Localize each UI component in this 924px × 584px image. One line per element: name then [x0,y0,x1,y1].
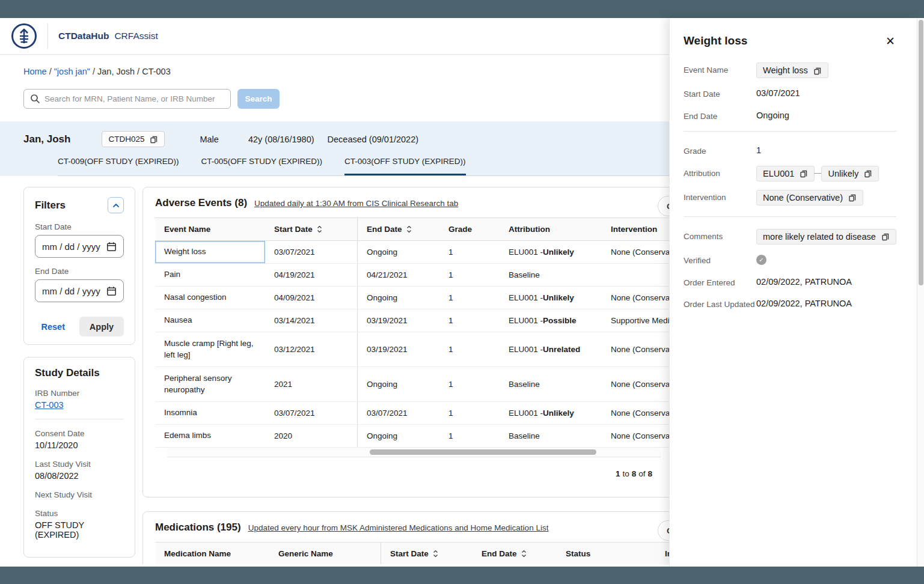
cell-event-name[interactable]: Weight loss [155,241,265,263]
cell-event-name[interactable]: Edema limbs [155,425,265,447]
medications-table: Medication Name Generic Name Start Date … [155,542,673,564]
col-start-date[interactable]: Start Date [265,218,357,240]
col-start-date[interactable]: Start Date [381,543,473,564]
end-date-input[interactable]: mm / dd / yyyy [35,279,124,302]
sort-icon[interactable] [521,550,527,558]
attribution-agent-chip[interactable]: ELU001 [756,166,815,181]
copy-icon[interactable] [864,169,872,178]
copy-icon[interactable] [881,232,890,241]
cell-event-name[interactable]: Muscle cramp [Right leg, left leg] [155,332,265,367]
status-value: OFF STUDY (EXPIRED) [35,520,124,540]
cell-end-date: 03/19/2021 [357,332,439,367]
cell-attribution: Baseline [500,425,602,447]
table-row[interactable]: Edema limbs2020Ongoing1BaselineNone (Con… [155,425,673,448]
col-end-date[interactable]: End Date [357,218,439,240]
cell-end-date: Ongoing [357,241,439,263]
cell-event-name[interactable]: Nausea [155,309,265,332]
cell-end-date: Ongoing [357,287,439,309]
tab-ct-005[interactable]: CT-005(OFF STUDY (EXPIRED)) [201,149,323,175]
table-row[interactable]: Muscle cramp [Right leg, left leg]03/12/… [155,332,673,367]
cell-event-name[interactable]: Nasal congestion [155,287,265,309]
patient-sex: Male [200,135,218,144]
comments-chip[interactable]: more likely related to disease [756,229,896,245]
tab-ct-009[interactable]: CT-009(OFF STUDY (EXPIRED)) [58,149,179,175]
medications-update-link[interactable]: Updated every hour from MSK Administered… [248,523,549,532]
consent-date-label: Consent Date [35,429,124,438]
table-row[interactable]: Weight loss03/07/2021Ongoing1ELU001 - Un… [155,241,673,264]
apply-button[interactable]: Apply [79,317,124,336]
cell-end-date: 04/21/2021 [357,264,439,286]
collapse-filters-button[interactable] [108,197,124,213]
ae-pagination: 1 to 8 of 8 [167,457,661,490]
calendar-icon[interactable] [106,242,117,252]
sort-icon[interactable] [317,225,322,233]
sort-icon[interactable] [433,550,438,558]
calendar-icon[interactable] [106,286,117,296]
cell-attribution: Baseline [500,264,602,286]
vertical-scrollbar-thumb[interactable] [919,20,923,285]
mrn-chip[interactable]: CTDH025 [102,131,165,147]
last-study-visit-value: 08/08/2022 [35,471,124,481]
table-row[interactable]: Insomnia03/07/202103/07/20211ELU001 - Un… [155,402,673,425]
cell-event-name[interactable]: Insomnia [155,402,265,424]
cell-event-name[interactable]: Peripheral sensory neuropathy [155,367,265,401]
cell-intervention: None (Conservative) [602,402,674,424]
page-from: 1 [616,469,620,478]
table-row[interactable]: Pain04/19/202104/21/20211Baseline [155,264,673,287]
cell-event-name[interactable]: Pain [155,264,265,286]
event-name-chip[interactable]: Weight loss [756,62,828,78]
close-icon[interactable]: ✕ [884,34,896,48]
comments-label: Comments [684,229,756,243]
sort-icon[interactable] [406,225,412,233]
cell-intervention [602,264,674,286]
breadcrumb-item[interactable]: Home [23,67,47,76]
grade-value: 1 [756,144,761,155]
irb-number-link[interactable]: CT-003 [35,400,64,410]
copy-icon[interactable] [800,169,808,178]
attribution-level: Unlikely [543,409,574,418]
search-input[interactable] [23,89,231,109]
col-event-name: Event Name [155,218,265,240]
cell-start-date: 03/07/2021 [265,402,357,424]
start-date-input[interactable]: mm / dd / yyyy [35,235,124,258]
end-date-label: End Date [684,109,756,123]
copy-icon[interactable] [813,66,822,75]
horizontal-scrollbar[interactable] [167,448,661,457]
page-total: 8 [647,469,652,478]
consent-date-value: 10/11/2020 [35,440,124,450]
cell-intervention: None (Conservative) [602,241,674,263]
intervention-chip[interactable]: None (Conservative) [756,190,863,205]
vertical-scrollbar[interactable] [917,18,924,567]
order-last-updated-value: 02/09/2022, PATRUNOA [756,297,852,308]
brand-primary[interactable]: CTDataHub [58,31,109,41]
cell-grade: 1 [439,332,500,367]
medications-title: Medications (195) [155,522,241,534]
copy-icon[interactable] [150,135,158,144]
attribution-level-chip[interactable]: Unlikely [821,166,879,181]
chevron-up-icon [112,203,120,208]
table-row[interactable]: Peripheral sensory neuropathy2021Ongoing… [155,367,673,402]
reset-button[interactable]: Reset [41,322,66,332]
page-to: 8 [632,469,637,478]
end-date-label: End Date [35,267,124,276]
table-row[interactable]: Nausea03/14/202103/19/20211ELU001 - Poss… [155,309,673,332]
breadcrumb-item: Jan, Josh / CT-003 [97,67,171,76]
med-table-header: Medication Name Generic Name Start Date … [155,542,673,564]
cell-end-date: 03/19/2021 [357,309,439,332]
col-status: Status [557,543,656,564]
bottom-window-bar [0,567,924,584]
breadcrumb-item[interactable]: "josh jan" [54,67,90,76]
col-end-date[interactable]: End Date [473,543,557,564]
search-button[interactable]: Search [237,89,280,109]
study-details-card: Study Details IRB Number CT-003 Consent … [23,357,135,558]
table-row[interactable]: Nasal congestion04/09/2021Ongoing1ELU001… [155,287,673,309]
copy-icon[interactable] [848,193,857,202]
cell-start-date: 03/12/2021 [265,332,357,367]
brand-secondary[interactable]: CRFAssist [114,31,158,41]
tab-ct-003[interactable]: CT-003(OFF STUDY (EXPIRED)) [344,149,466,175]
start-date-label: Start Date [684,87,756,100]
adverse-events-update-link[interactable]: Updated daily at 1:30 AM from CIS Clinic… [254,199,458,208]
cell-attribution: ELU001 - Unrelated [500,332,602,367]
next-study-visit-label: Next Study Visit [35,490,124,499]
horizontal-scrollbar-thumb[interactable] [370,449,596,455]
